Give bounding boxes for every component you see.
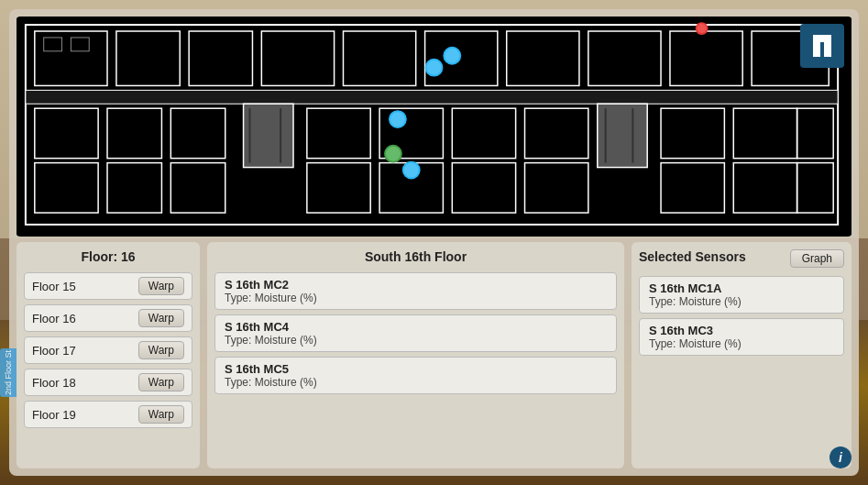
- selected-mc3-type: Type: Moisture (%): [649, 337, 834, 350]
- floor-item-17: Floor 17 Warp: [24, 336, 192, 364]
- selected-sensor-mc1a[interactable]: S 16th MC1A Type: Moisture (%): [639, 276, 844, 314]
- svg-point-45: [403, 162, 420, 179]
- app-logo: [800, 24, 844, 68]
- sensor-mc2-name: S 16th MC2: [225, 278, 607, 292]
- floor-panel: Floor: 16 Floor 15 Warp Floor 16 Warp Fl…: [16, 242, 200, 468]
- warp-button-15[interactable]: Warp: [138, 277, 184, 295]
- sensor-item-mc5[interactable]: S 16th MC5 Type: Moisture (%): [214, 357, 617, 394]
- graph-button[interactable]: Graph: [790, 249, 844, 268]
- selected-mc1a-name: S 16th MC1A: [649, 281, 834, 295]
- selected-mc3-name: S 16th MC3: [649, 324, 834, 337]
- sensor-mc5-type: Type: Moisture (%): [225, 376, 607, 389]
- svg-point-41: [426, 60, 443, 76]
- selected-header: Selected Sensors Graph: [639, 249, 844, 268]
- warp-button-18[interactable]: Warp: [138, 373, 184, 391]
- floor-panel-title: Floor: 16: [24, 249, 192, 264]
- selected-sensor-mc3[interactable]: S 16th MC3 Type: Moisture (%): [639, 318, 844, 356]
- warp-button-17[interactable]: Warp: [138, 341, 184, 359]
- svg-point-46: [697, 23, 708, 34]
- svg-rect-16: [244, 104, 293, 167]
- svg-point-42: [444, 48, 460, 64]
- floor-15-label: Floor 15: [32, 280, 76, 293]
- selected-mc1a-type: Type: Moisture (%): [649, 295, 834, 308]
- floor-18-label: Floor 18: [32, 376, 76, 390]
- sensor-panel: South 16th Floor S 16th MC2 Type: Moistu…: [207, 242, 624, 468]
- floor-17-label: Floor 17: [32, 344, 76, 358]
- sensor-panel-title: South 16th Floor: [214, 249, 617, 264]
- floor-item-15: Floor 15 Warp: [24, 272, 192, 300]
- svg-rect-25: [632, 108, 633, 162]
- sensor-item-mc2[interactable]: S 16th MC2 Type: Moisture (%): [214, 272, 617, 310]
- svg-rect-12: [26, 90, 838, 104]
- side-floor-label: 2nd Floor St: [0, 348, 16, 397]
- main-panel: Floor: 16 Floor 15 Warp Floor 16 Warp Fl…: [9, 9, 859, 476]
- floor-item-19: Floor 19 Warp: [24, 401, 192, 428]
- floor-19-label: Floor 19: [32, 408, 76, 422]
- warp-button-19[interactable]: Warp: [138, 405, 184, 424]
- warp-button-16[interactable]: Warp: [138, 309, 184, 327]
- svg-rect-18: [280, 108, 281, 162]
- svg-point-43: [390, 111, 406, 127]
- svg-rect-47: [806, 29, 839, 62]
- floor-16-label: Floor 16: [32, 312, 76, 325]
- svg-rect-17: [248, 108, 250, 162]
- sensor-mc4-type: Type: Moisture (%): [225, 334, 607, 347]
- info-button[interactable]: i: [830, 446, 852, 468]
- sensor-item-mc4[interactable]: S 16th MC4 Type: Moisture (%): [214, 314, 617, 352]
- selected-sensors-panel: Selected Sensors Graph S 16th MC1A Type:…: [632, 242, 852, 468]
- svg-rect-0: [16, 17, 852, 236]
- floor-item-18: Floor 18 Warp: [24, 369, 192, 396]
- svg-rect-50: [813, 35, 831, 42]
- floor-item-16: Floor 16 Warp: [24, 304, 192, 332]
- sensor-mc2-type: Type: Moisture (%): [225, 292, 607, 304]
- sensor-mc5-name: S 16th MC5: [225, 362, 607, 376]
- svg-rect-24: [605, 108, 607, 162]
- controls-area: Floor: 16 Floor 15 Warp Floor 16 Warp Fl…: [16, 242, 852, 468]
- selected-panel-title: Selected Sensors: [639, 249, 746, 264]
- svg-point-44: [385, 146, 401, 162]
- sensor-mc4-name: S 16th MC4: [225, 320, 607, 334]
- floor-map: [16, 17, 852, 237]
